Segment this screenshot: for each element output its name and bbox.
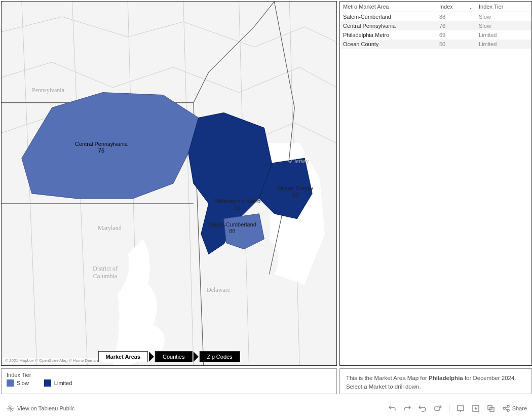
info-market: Philadelphia: [429, 375, 463, 381]
replay-icon: [419, 404, 427, 412]
nav-zip-codes[interactable]: Zip Codes: [199, 351, 240, 362]
undo-button[interactable]: [388, 404, 396, 412]
cell-tier: Slow: [476, 12, 531, 22]
label-maryland: Maryland: [98, 224, 122, 232]
map-panel[interactable]: Pennsylvania Maryland District of Columb…: [1, 1, 337, 366]
table-row[interactable]: Ocean County 50 Limited: [340, 40, 531, 49]
label-dc: District of Columbia: [93, 265, 118, 280]
share-button[interactable]: Share: [502, 404, 527, 412]
svg-point-7: [507, 405, 509, 407]
th-tier[interactable]: Index Tier: [476, 2, 531, 12]
cell-index: 76: [436, 21, 467, 30]
redo-button[interactable]: [403, 404, 411, 412]
legend-label: Limited: [54, 380, 72, 386]
cell-blank: [467, 21, 476, 30]
cell-area: Ocean County: [340, 40, 436, 49]
legend-label: Slow: [17, 380, 29, 386]
cell-tier: Limited: [476, 40, 531, 49]
svg-point-8: [507, 409, 509, 411]
legend-title: Index Tier: [7, 372, 331, 378]
presentation-button[interactable]: [457, 404, 465, 412]
nav-arrow-icon: [193, 352, 198, 362]
replay-button[interactable]: [419, 404, 427, 412]
swatch-limited: [44, 379, 51, 387]
table-panel[interactable]: Metro Market Area Index .. Index Tier Sa…: [339, 1, 532, 366]
cell-tier: Slow: [476, 21, 531, 30]
table-row[interactable]: Salem-Cumberland 88 Slow: [340, 12, 531, 22]
label-newjersey: w Jersey: [288, 158, 309, 165]
undo-icon: [388, 404, 396, 412]
map-nav: Market Areas Counties Zip Codes: [98, 351, 240, 362]
map-attribution: © 2021 Mapbox © OpenStreetMap © Home Dem…: [4, 358, 112, 363]
th-area[interactable]: Metro Market Area: [340, 2, 436, 12]
reset-icon: [434, 404, 442, 412]
presentation-icon: [457, 404, 465, 412]
fullscreen-icon: [487, 404, 495, 412]
cell-blank: [467, 30, 476, 40]
info-prefix: This is the Market Area Map for: [346, 375, 429, 381]
cell-area: Philadelphia Metro: [340, 30, 436, 40]
tableau-toolbar: View on Tableau Public Share: [1, 397, 532, 419]
swatch-slow: [7, 379, 14, 387]
svg-rect-1: [435, 407, 440, 410]
th-more[interactable]: ..: [467, 2, 476, 12]
cell-index: 69: [436, 30, 467, 40]
table-row[interactable]: Central Pennsylvania 76 Slow: [340, 21, 531, 30]
nav-arrow-icon: [149, 352, 154, 362]
share-icon: [502, 404, 510, 412]
cell-blank: [467, 12, 476, 22]
nav-counties[interactable]: Counties: [155, 351, 192, 362]
info-panel: This is the Market Area Map for Philadel…: [339, 368, 532, 394]
redo-icon: [403, 404, 411, 412]
table-row[interactable]: Philadelphia Metro 69 Limited: [340, 30, 531, 40]
toolbar-label: View on Tableau Public: [17, 405, 74, 411]
nav-market-areas[interactable]: Market Areas: [98, 351, 148, 362]
toolbar-divider: [449, 404, 449, 413]
reset-button[interactable]: [434, 404, 442, 412]
view-on-tableau-public[interactable]: View on Tableau Public: [6, 404, 74, 412]
toolbar-label: Share: [512, 405, 527, 411]
cell-index: 88: [436, 12, 467, 22]
label-pennsylvania: Pennsylvania: [32, 87, 64, 94]
th-index[interactable]: Index: [436, 2, 467, 12]
legend-item-limited[interactable]: Limited: [44, 379, 72, 387]
cell-blank: [467, 40, 476, 49]
table-header-row: Metro Market Area Index .. Index Tier: [340, 2, 531, 12]
svg-point-6: [503, 407, 505, 409]
market-table[interactable]: Metro Market Area Index .. Index Tier Sa…: [340, 2, 531, 49]
label-delaware: Delaware: [207, 286, 230, 294]
legend-panel: Index Tier Slow Limited: [1, 368, 337, 394]
svg-rect-2: [458, 406, 464, 410]
cell-area: Salem-Cumberland: [340, 12, 436, 22]
download-icon: [472, 404, 480, 412]
cell-tier: Limited: [476, 30, 531, 40]
legend-item-slow[interactable]: Slow: [7, 379, 29, 387]
cell-area: Central Pennsylvania: [340, 21, 436, 30]
tableau-logo-icon: [6, 404, 14, 412]
fullscreen-button[interactable]: [487, 404, 495, 412]
download-button[interactable]: [472, 404, 480, 412]
map-svg[interactable]: [2, 2, 336, 365]
cell-index: 50: [436, 40, 467, 49]
